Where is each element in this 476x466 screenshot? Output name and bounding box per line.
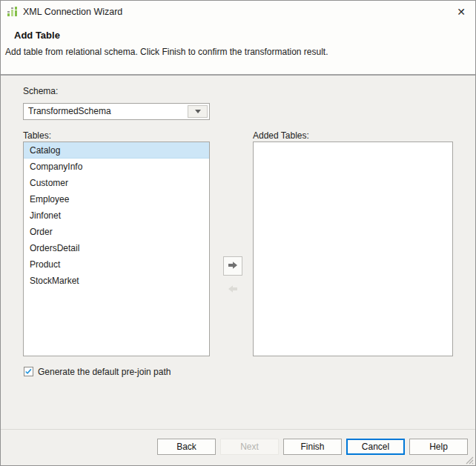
footer-button-next[interactable]: Next	[220, 439, 279, 455]
table-list-item[interactable]: Employee	[24, 191, 209, 207]
table-list-item[interactable]: StockMarket	[24, 273, 209, 289]
header-separator	[1, 74, 475, 76]
added-tables-list[interactable]	[253, 142, 453, 356]
schema-selected-value: TransformedSchema	[28, 104, 111, 119]
footer-button-help[interactable]: Help	[409, 439, 468, 455]
add-table-button[interactable]	[223, 256, 242, 276]
prejoin-checkbox-label[interactable]: Generate the default pre-join path	[38, 367, 171, 377]
tables-label: Tables:	[23, 130, 51, 141]
table-list-item[interactable]: CompanyInfo	[24, 159, 209, 175]
footer-button-cancel[interactable]: Cancel	[346, 439, 405, 455]
table-list-item[interactable]: Order	[24, 224, 209, 240]
table-list-item[interactable]: Jinfonet	[24, 207, 209, 224]
wizard-app-icon	[7, 6, 19, 18]
schema-dropdown-button[interactable]	[188, 105, 208, 118]
checkmark-icon	[24, 365, 33, 379]
close-icon[interactable]: ✕	[447, 1, 475, 23]
prejoin-checkbox[interactable]	[24, 367, 33, 376]
chevron-down-icon	[195, 110, 201, 113]
footer-separator	[1, 429, 475, 430]
step-title: Add Table	[14, 30, 60, 41]
tables-list[interactable]: Catalog CompanyInfo Customer Employee Ji…	[23, 142, 210, 356]
footer-button-bar: Back Next Finish Cancel Help	[157, 439, 468, 455]
resize-grip[interactable]	[464, 454, 474, 464]
schema-select[interactable]: TransformedSchema	[23, 103, 210, 120]
footer-button-back[interactable]: Back	[157, 439, 216, 455]
table-list-item[interactable]: OrdersDetail	[24, 240, 209, 256]
step-subtitle: Add table from relational schema. Click …	[5, 47, 328, 57]
arrow-left-icon	[227, 283, 239, 297]
wizard-step-header: Add Table Add table from relational sche…	[1, 23, 475, 74]
table-list-item[interactable]: Customer	[24, 175, 209, 191]
table-list-item[interactable]: Product	[24, 256, 209, 273]
arrow-right-icon	[227, 259, 239, 273]
schema-label: Schema:	[23, 86, 58, 96]
footer-button-finish[interactable]: Finish	[283, 439, 342, 455]
added-tables-label: Added Tables:	[253, 130, 309, 141]
table-list-item[interactable]: Catalog	[24, 142, 209, 159]
titlebar: XML Connection Wizard ✕	[1, 1, 475, 23]
xml-connection-wizard-dialog: XML Connection Wizard ✕ Add Table Add ta…	[0, 0, 476, 466]
window-title: XML Connection Wizard	[23, 1, 122, 23]
remove-table-button[interactable]	[223, 280, 242, 299]
